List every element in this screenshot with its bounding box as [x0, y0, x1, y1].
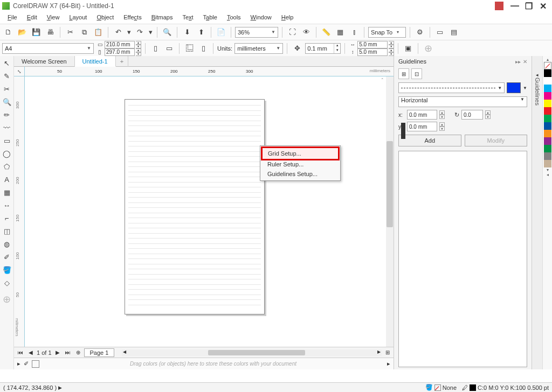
tab-welcome[interactable]: Welcome Screen — [14, 56, 75, 67]
menu-text[interactable]: Text — [178, 13, 197, 23]
app-launcher-icon[interactable]: ▤ — [448, 26, 460, 38]
tab-add-button[interactable]: + — [116, 56, 128, 67]
menu-edit[interactable]: Edit — [23, 13, 42, 23]
swatch[interactable] — [544, 152, 551, 160]
current-page-icon[interactable]: ▯ — [197, 43, 209, 54]
menu-ruler-setup[interactable]: Ruler Setup... — [262, 159, 339, 169]
user-badge-icon[interactable] — [495, 2, 503, 10]
fill-tool-icon[interactable]: 🪣 — [2, 264, 12, 275]
menu-grid-setup[interactable]: Grid Setup... — [261, 146, 340, 160]
text-tool-icon[interactable]: A — [2, 174, 12, 185]
page-preset-combo[interactable]: A4▼ — [2, 43, 94, 54]
guidelines-icon[interactable]: ⫿ — [348, 26, 360, 38]
freehand-tool-icon[interactable]: ✏ — [2, 109, 12, 120]
palette-down-icon[interactable]: ▾ — [547, 167, 549, 172]
palette-eyedropper-icon[interactable]: ✐ — [24, 360, 29, 367]
guideline-y-input[interactable] — [407, 122, 437, 131]
document-palette[interactable]: ▸ ✐ Drag colors (or objects) here to sto… — [14, 358, 394, 369]
effects-tool-icon[interactable]: ◫ — [2, 226, 12, 236]
polygon-tool-icon[interactable]: ⬠ — [2, 161, 12, 172]
swatch-none[interactable] — [544, 62, 551, 69]
docker-side-tab[interactable]: ◂ Guidelines — [532, 56, 542, 369]
margin-guides-icon[interactable]: ⊡ — [411, 68, 422, 79]
tab-untitled[interactable]: Untitled-1 — [75, 56, 116, 67]
paste-icon[interactable]: 📋 — [92, 26, 104, 38]
units-combo[interactable]: millimeters▼ — [234, 43, 283, 54]
undo-icon[interactable]: ↶ — [112, 26, 124, 38]
add-guideline-button[interactable]: Add — [398, 135, 461, 146]
palette-menu-icon[interactable]: ▸ — [17, 360, 20, 367]
nudge-spinner[interactable]: ▲▼ — [305, 43, 341, 54]
docker-close-icon[interactable]: ✕ — [523, 59, 527, 65]
zoom-combo[interactable]: 36%▼ — [235, 27, 278, 38]
cut-icon[interactable]: ✂ — [64, 26, 76, 38]
options-icon[interactable]: ⚙ — [414, 26, 426, 38]
pick-tool-icon[interactable]: ↖ — [2, 58, 12, 68]
side-tab-arrow-icon[interactable]: ◂ — [536, 72, 539, 78]
swatch[interactable] — [544, 130, 551, 137]
menu-guidelines-setup[interactable]: Guidelines Setup... — [262, 169, 339, 179]
swatch[interactable] — [544, 137, 551, 145]
menu-help[interactable]: Help — [277, 13, 298, 23]
redo-icon[interactable]: ↷ — [134, 26, 146, 38]
swatch[interactable] — [544, 69, 551, 77]
eyedropper-tool-icon[interactable]: ✐ — [2, 251, 12, 262]
scroll-thumb[interactable] — [387, 141, 393, 227]
page-last-icon[interactable]: ⏭ — [64, 349, 72, 355]
all-pages-icon[interactable]: ⿺ — [183, 43, 195, 54]
swatch[interactable] — [544, 160, 551, 167]
connector-tool-icon[interactable]: ⌐ — [2, 213, 12, 223]
ellipse-tool-icon[interactable]: ◯ — [2, 148, 12, 159]
transparency-tool-icon[interactable]: ◍ — [2, 239, 12, 249]
swatch[interactable] — [544, 85, 551, 92]
close-button[interactable]: ✕ — [536, 1, 550, 11]
page-tab[interactable]: Page 1 — [84, 348, 115, 357]
new-icon[interactable]: 🗋 — [2, 26, 14, 38]
ruler-horizontal[interactable]: 50 100 150 200 250 300 millimeters — [25, 67, 394, 76]
swatch[interactable] — [544, 100, 551, 107]
table-tool-icon[interactable]: ▦ — [2, 187, 12, 198]
docker-titlebar[interactable]: Guidelines ▸▸ ✕ — [394, 56, 532, 67]
navigator-icon[interactable]: ⊞ — [384, 349, 391, 355]
palette-flyout-icon[interactable]: ◂ — [547, 172, 549, 177]
ruler-vertical[interactable]: 300 250 200 150 100 50 millimeters — [14, 76, 25, 347]
scrollbar-vertical[interactable] — [386, 76, 394, 347]
menu-window[interactable]: Window — [246, 13, 276, 23]
save-icon[interactable]: 💾 — [30, 26, 42, 38]
scrollbar-horizontal[interactable]: ◀▶ — [122, 349, 382, 356]
swatch[interactable] — [544, 107, 551, 115]
launch-icon[interactable]: ▭ — [434, 26, 446, 38]
panel-flyout-handle[interactable] — [401, 123, 405, 139]
menu-object[interactable]: Object — [92, 13, 118, 23]
landscape-icon[interactable]: ▭ — [163, 43, 175, 54]
open-icon[interactable]: 📂 — [16, 26, 28, 38]
direction-select[interactable]: Horizontal▼ — [398, 96, 527, 107]
toolbox-add-button[interactable]: ⊕ — [1, 293, 13, 305]
dimension-tool-icon[interactable]: ↔ — [2, 200, 12, 211]
copy-icon[interactable]: ⧉ — [78, 26, 90, 38]
coord-mode-icon[interactable]: ▶ — [58, 385, 62, 390]
rectangle-tool-icon[interactable]: ▭ — [2, 135, 12, 146]
docker-pin-icon[interactable]: ▸▸ — [515, 59, 521, 65]
snap-combo[interactable]: Snap To▾ — [368, 27, 406, 38]
guideline-angle-input[interactable] — [461, 110, 483, 120]
page-first-icon[interactable]: ⏮ — [16, 349, 25, 355]
export-icon[interactable]: ⬆ — [195, 26, 207, 38]
swatch[interactable] — [544, 77, 551, 85]
menu-view[interactable]: View — [43, 13, 64, 23]
swatch[interactable] — [544, 92, 551, 100]
color-dropdown-icon[interactable]: ▼ — [523, 86, 527, 90]
zoom-tool-icon[interactable]: 🔍 — [2, 96, 12, 107]
print-icon[interactable]: 🖶 — [44, 26, 56, 38]
menu-file[interactable]: File — [3, 13, 22, 23]
undo-dropdown[interactable]: ▾ — [126, 26, 132, 38]
status-outline[interactable]: 🖊C:0 M:0 Y:0 K:100 0.500 pt — [462, 384, 549, 391]
page-width-input[interactable] — [105, 41, 135, 48]
add-toolbar-button[interactable]: ⊕ — [422, 43, 434, 54]
swatch[interactable] — [544, 122, 551, 130]
swatch[interactable] — [544, 145, 551, 152]
page-next-icon[interactable]: ▶ — [54, 349, 61, 355]
canvas[interactable]: ⤡ 50 100 150 200 250 300 millimeters 300… — [14, 67, 394, 347]
ruler-origin-icon[interactable]: ⤡ — [14, 67, 25, 76]
minimize-button[interactable]: — — [508, 1, 522, 11]
